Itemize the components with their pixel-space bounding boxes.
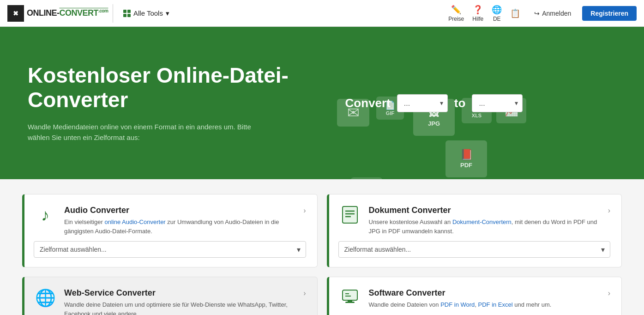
audio-select-wrapper: Zielformat auswählen... bbox=[34, 241, 306, 258]
hero-right: ✉ 📄GIF 🖼JPG 📊XLS 📈 📕PDF 🖼PNG 📉 📝DOCX 🖼TI… bbox=[323, 94, 545, 112]
main-content: ♪ Audio Converter › Ein vielseitiger onl… bbox=[0, 179, 644, 315]
help-icon: ❓ bbox=[473, 5, 483, 15]
dokument-select-wrapper: Zielformat auswählen... bbox=[338, 241, 611, 258]
web-service-card-desc: Wandle deine Dateien um und optimiere si… bbox=[64, 300, 306, 315]
to-format-wrapper: ... bbox=[472, 94, 523, 112]
header-divider bbox=[113, 4, 113, 23]
software-card-text: Software Converter › Wandle deine Dateie… bbox=[369, 288, 611, 309]
grid-icon bbox=[123, 10, 131, 17]
from-format-wrapper: ... bbox=[397, 94, 448, 112]
software-icon bbox=[338, 288, 361, 305]
nav-clipboard[interactable]: 📋 bbox=[510, 8, 520, 18]
header-actions: ↪ Anmelden Registrieren bbox=[528, 6, 637, 21]
dokument-title-row: Dokument Converter › bbox=[369, 206, 611, 215]
header-nav: ✏️ Preise ❓ Hilfe 🌐 DE 📋 bbox=[448, 5, 520, 22]
hero-subtitle: Wandle Mediendateien online von einem Fo… bbox=[28, 122, 268, 143]
pdf-decoration: 📕PDF bbox=[445, 140, 487, 177]
web-service-chevron-icon: › bbox=[303, 289, 306, 297]
audio-card-desc: Ein vielseitiger online Audio-Converter … bbox=[64, 218, 306, 236]
hero-banner: Kostenloser Online-Datei-Converter Wandl… bbox=[0, 27, 644, 179]
dokument-card-desc: Unsere kostenlose Auswahl an Dokument-Co… bbox=[369, 218, 611, 236]
register-button[interactable]: Registrieren bbox=[582, 6, 637, 21]
web-service-icon: 🌐 bbox=[34, 288, 57, 308]
software-pdf-word-link[interactable]: PDF in Word bbox=[440, 301, 475, 308]
from-format-select[interactable]: ... bbox=[397, 94, 448, 112]
dokument-link[interactable]: Dokument-Convertern bbox=[452, 218, 512, 225]
software-chevron-icon: › bbox=[608, 289, 610, 297]
nav-preise[interactable]: ✏️ Preise bbox=[448, 5, 464, 22]
converter-row: Convert ... to ... bbox=[345, 94, 523, 112]
audio-title-row: Audio Converter › bbox=[64, 206, 306, 215]
audio-card-header: ♪ Audio Converter › Ein vielseitiger onl… bbox=[34, 206, 306, 236]
convert-label: Convert bbox=[345, 96, 391, 110]
svg-rect-0 bbox=[343, 206, 357, 223]
chevron-down-icon: ▾ bbox=[166, 9, 169, 18]
software-pdf-excel-link[interactable]: PDF in Excel bbox=[478, 301, 513, 308]
hero-left: Kostenloser Online-Datei-Converter Wandl… bbox=[28, 63, 323, 143]
hero-title: Kostenloser Online-Datei-Converter bbox=[28, 63, 323, 112]
nav-language[interactable]: 🌐 DE bbox=[492, 5, 502, 22]
audio-chevron-icon: › bbox=[303, 206, 306, 215]
to-label: to bbox=[454, 96, 466, 110]
software-card-desc: Wandle deine Dateien von PDF in Word, PD… bbox=[369, 300, 611, 309]
dokument-card-text: Dokument Converter › Unsere kostenlose A… bbox=[369, 206, 611, 236]
dokument-converter-card: Dokument Converter › Unsere kostenlose A… bbox=[327, 194, 622, 267]
audio-icon: ♪ bbox=[34, 206, 57, 225]
web-service-converter-card: 🌐 Web-Service Converter › Wandle deine D… bbox=[22, 277, 318, 315]
audio-card-text: Audio Converter › Ein vielseitiger onlin… bbox=[64, 206, 306, 236]
web-service-card-title: Web-Service Converter bbox=[64, 288, 156, 298]
clipboard-icon: 📋 bbox=[510, 8, 520, 18]
to-format-select[interactable]: ... bbox=[472, 94, 523, 112]
audio-card-title: Audio Converter bbox=[64, 206, 129, 215]
web-service-title-row: Web-Service Converter › bbox=[64, 288, 306, 298]
dokument-card-header: Dokument Converter › Unsere kostenlose A… bbox=[338, 206, 611, 236]
png-decoration: 🖼PNG bbox=[351, 177, 382, 180]
pen-icon: ✏️ bbox=[451, 5, 461, 15]
logo-text: ONLINE-CONVERT.com bbox=[27, 8, 108, 18]
audio-link[interactable]: online Audio-Converter bbox=[104, 218, 165, 225]
header: ✖ ONLINE-CONVERT.com Alle Tools ▾ ✏️ Pre… bbox=[0, 0, 644, 27]
svg-rect-6 bbox=[345, 302, 355, 303]
audio-format-select[interactable]: Zielformat auswählen... bbox=[34, 241, 306, 258]
login-button[interactable]: ↪ Anmelden bbox=[528, 6, 578, 20]
login-icon: ↪ bbox=[534, 10, 540, 17]
web-service-card-header: 🌐 Web-Service Converter › Wandle deine D… bbox=[34, 288, 306, 315]
svg-rect-4 bbox=[343, 290, 357, 300]
alle-tools-button[interactable]: Alle Tools ▾ bbox=[117, 6, 176, 20]
software-card-title: Software Converter bbox=[369, 288, 445, 298]
dokument-icon bbox=[338, 206, 361, 224]
nav-hilfe[interactable]: ❓ Hilfe bbox=[472, 5, 483, 22]
software-card-header: Software Converter › Wandle deine Dateie… bbox=[338, 288, 611, 309]
web-service-card-text: Web-Service Converter › Wandle deine Dat… bbox=[64, 288, 306, 315]
dokument-card-title: Dokument Converter bbox=[369, 206, 451, 215]
audio-converter-card: ♪ Audio Converter › Ein vielseitiger onl… bbox=[22, 194, 318, 267]
software-converter-card: Software Converter › Wandle deine Dateie… bbox=[327, 277, 622, 315]
dokument-chevron-icon: › bbox=[608, 206, 610, 215]
logo-icon: ✖ bbox=[7, 5, 24, 22]
software-title-row: Software Converter › bbox=[369, 288, 611, 298]
dokument-format-select[interactable]: Zielformat auswählen... bbox=[338, 241, 611, 258]
globe-icon: 🌐 bbox=[492, 5, 502, 15]
logo-area: ✖ ONLINE-CONVERT.com bbox=[7, 5, 109, 22]
